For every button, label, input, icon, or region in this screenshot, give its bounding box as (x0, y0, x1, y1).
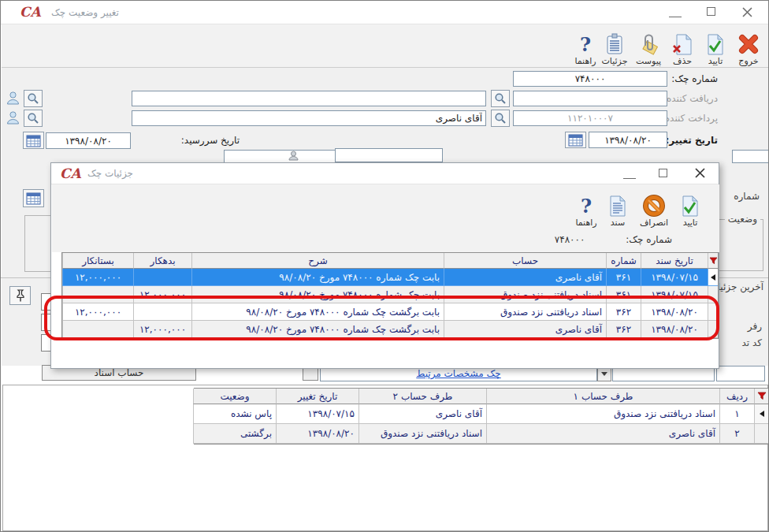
check-details-dialog: CA جزئیات چک تایید انصراف (50, 162, 719, 369)
close-icon[interactable] (694, 167, 706, 181)
history-cell-party2[interactable]: اسناد دریافتنی نزد صندوق (358, 424, 486, 444)
voucher-cell-debit[interactable] (133, 269, 191, 286)
type-field[interactable] (716, 366, 765, 381)
voucher-cell-number[interactable]: ۳۶۲ (606, 303, 641, 321)
voucher-cell-description[interactable]: بابت برگشت چک شماره ۷۴۸۰۰۰ مورخ ۹۸/۰۸/۲۰ (191, 321, 444, 338)
exit-x-icon (737, 32, 760, 55)
document-check-icon (705, 32, 726, 55)
payer-name-input[interactable] (132, 110, 486, 126)
row-marker-empty (708, 286, 718, 303)
search-icon (494, 92, 507, 105)
search-icon (494, 112, 507, 125)
payer-search-button[interactable] (491, 110, 510, 127)
delete-button[interactable]: حذف (664, 27, 700, 66)
history-cell-index[interactable]: ۲ (719, 424, 754, 444)
voucher-header-credit: بستانکار (62, 253, 133, 269)
check-number-input[interactable] (513, 71, 667, 87)
delete-label: حذف (673, 56, 692, 66)
modal-check-number-line: شماره چک: ۷۴۸۰۰۰ (555, 234, 672, 245)
payer-person-button[interactable] (3, 109, 22, 127)
voucher-cell-account[interactable]: اسناد دریافتنی نزد صندوق (444, 303, 606, 321)
due-date-label: تاریخ سررسید: (181, 135, 240, 146)
history-cell-party2[interactable]: آقای ناصری (358, 404, 486, 424)
voucher-cell-debit[interactable] (133, 303, 191, 321)
number-fragment-label: شماره (734, 191, 760, 202)
related-details-link[interactable]: چک مشخصات مرتبط (416, 368, 500, 379)
voucher-cell-debit[interactable]: ۱۲,۰۰۰,۰۰۰ (133, 286, 191, 303)
voucher-cell-credit[interactable] (62, 286, 133, 303)
pin-button[interactable] (9, 286, 31, 305)
modal-help-button[interactable]: ? راهنما (568, 188, 604, 228)
main-toolbar: خروج تایید حذف پیوست جزئیات (2, 24, 769, 68)
voucher-cell-description[interactable]: بابت چک شماره ۷۴۸۰۰۰ مورخ ۹۸/۰۸/۲۰ (191, 269, 444, 286)
voucher-cell-description[interactable]: بابت چک شماره ۷۴۸۰۰۰ مورخ ۹۸/۰۸/۲۰ (191, 286, 444, 303)
voucher-cell-doc-date[interactable]: ۱۳۹۸/۰۸/۲۰ (641, 303, 708, 321)
document-check-icon (680, 193, 700, 217)
voucher-cell-credit[interactable] (62, 321, 133, 338)
maximize-icon[interactable] (659, 169, 667, 177)
modal-cancel-button[interactable]: انصراف (636, 188, 672, 228)
voucher-cell-account[interactable]: آقای ناصری (444, 269, 606, 286)
voucher-cell-credit[interactable]: ۱۲,۰۰۰,۰۰۰ (62, 303, 133, 321)
filter-icon[interactable] (754, 389, 768, 404)
payer-name-search-button[interactable] (24, 110, 43, 127)
row-marker-empty (754, 424, 768, 444)
main-title-bar: CA تغییر وضعیت چک (1, 1, 768, 24)
voucher-cell-account[interactable]: اسناد دریافتنی نزد صندوق (444, 286, 606, 303)
history-cell-index[interactable]: ۱ (719, 404, 754, 424)
app-logo: CA (20, 4, 41, 20)
status-group-label: وضعیت (725, 214, 760, 225)
maximize-icon[interactable] (707, 7, 715, 16)
modal-document-button[interactable]: سند (600, 188, 636, 228)
row-marker-empty (708, 321, 718, 338)
voucher-cell-number[interactable]: ۳۶۲ (606, 321, 641, 338)
bank-field-sliver[interactable] (335, 148, 443, 162)
change-date-calendar-button[interactable] (565, 132, 586, 148)
voucher-cell-number[interactable]: ۳۶۱ (606, 286, 641, 303)
history-cell-party1[interactable]: آقای ناصری (486, 424, 719, 444)
history-cell-change-date[interactable]: ۱۳۹۸/۰۷/۱۵ (276, 404, 358, 424)
search-icon (27, 92, 39, 105)
history-cell-change-date[interactable]: ۱۳۹۸/۰۸/۲۰ (276, 424, 358, 444)
receiver-person-button[interactable] (3, 89, 22, 107)
voucher-header-account: حساب (444, 253, 606, 269)
modal-confirm-button[interactable]: تایید (672, 188, 708, 228)
voucher-cell-doc-date[interactable]: ۱۳۹۸/۰۸/۲۰ (641, 321, 708, 338)
triangle-left-icon (711, 274, 715, 281)
help-button[interactable]: ? راهنما (567, 27, 604, 66)
due-date-input[interactable] (46, 132, 131, 149)
change-date-input[interactable] (589, 132, 667, 148)
voucher-cell-debit[interactable]: ۱۲,۰۰۰,۰۰۰ (133, 321, 191, 338)
voucher-cell-account[interactable]: آقای ناصری (444, 321, 606, 338)
calendar-icon (568, 133, 583, 147)
close-icon[interactable] (741, 6, 753, 20)
payer-code-input[interactable] (513, 110, 667, 126)
receiver-name-input[interactable] (132, 91, 486, 106)
receiver-code-input[interactable] (513, 91, 667, 106)
receiver-name-search-button[interactable] (24, 90, 43, 107)
attachment-button[interactable]: پیوست (630, 27, 667, 66)
confirm-button[interactable]: تایید (697, 27, 734, 66)
exit-button[interactable]: خروج (730, 27, 767, 66)
voucher-cell-credit[interactable]: ۱۲,۰۰۰,۰۰۰ (62, 269, 133, 286)
small-field-sliver[interactable] (732, 150, 769, 163)
history-table: ردیف طرف حساب ۱ طرف حساب ۲ تاریخ تغییر و… (194, 388, 769, 445)
voucher-cell-doc-date[interactable]: ۱۳۹۸/۰۷/۱۵ (641, 286, 708, 303)
calendar-button[interactable] (23, 189, 44, 207)
minimize-icon[interactable] (623, 169, 636, 179)
receiver-search-button[interactable] (491, 90, 510, 107)
history-cell-status[interactable]: برگشتی (193, 424, 276, 444)
modal-check-number-label: شماره چک: (626, 234, 672, 245)
voucher-header-number: شماره (606, 253, 641, 269)
voucher-cell-doc-date[interactable]: ۱۳۹۸/۰۷/۱۵ (641, 269, 708, 286)
voucher-header-debit: بدهکار (133, 253, 191, 269)
history-header-change-date: تاریخ تغییر (276, 389, 358, 404)
voucher-cell-number[interactable]: ۳۶۱ (606, 269, 641, 286)
history-cell-party1[interactable]: اسناد دریافتنی نزد صندوق (486, 404, 719, 424)
history-cell-status[interactable]: پاس نشده (193, 404, 276, 424)
voucher-cell-description[interactable]: بابت برگشت چک شماره ۷۴۸۰۰۰ مورخ ۹۸/۰۸/۲۰ (191, 303, 444, 321)
modal-title-bar: CA جزئیات چک (51, 163, 719, 184)
minimize-icon[interactable] (669, 8, 682, 17)
filter-icon[interactable] (708, 253, 718, 269)
due-date-calendar-button[interactable] (23, 132, 44, 149)
